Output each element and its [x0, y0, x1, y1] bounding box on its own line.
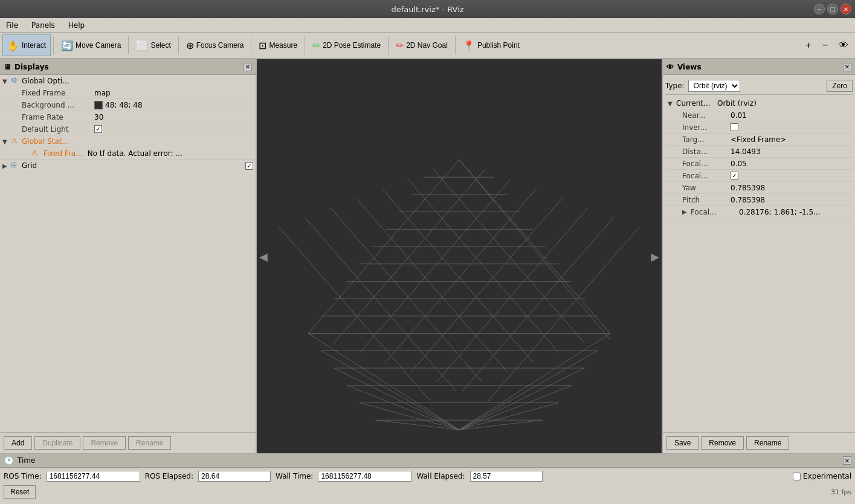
time-close-button[interactable]: ✕ [843, 456, 851, 465]
zero-button[interactable]: Zero [827, 80, 853, 92]
view-focal-xyz-arrow: ▶ [682, 208, 691, 215]
time-panel-header: 🕐 Time ✕ [0, 453, 855, 468]
views-rename-button[interactable]: Rename [746, 436, 789, 450]
move-camera-button[interactable]: 🔄 Move Camera [56, 34, 126, 56]
grid-checkbox[interactable]: ✓ [245, 162, 253, 170]
default-light-checkbox[interactable]: ✓ [94, 125, 102, 133]
default-light-value: ✓ [94, 125, 253, 133]
maximize-button[interactable]: □ [827, 4, 838, 15]
close-button[interactable]: ✕ [840, 4, 851, 15]
svg-line-28 [308, 334, 459, 430]
view-focal-checkbox[interactable]: ✓ [731, 172, 738, 179]
toolbar-right: + − 👁 [801, 34, 853, 56]
grid-icon: ⊞ [11, 161, 21, 170]
menu-help[interactable]: Help [65, 21, 88, 30]
toolbar-separator-4 [251, 36, 251, 54]
time-row-2: Reset 31 fps [4, 485, 851, 499]
rename-button[interactable]: Rename [128, 436, 171, 450]
view-yaw-value: 0.785398 [731, 184, 850, 192]
fixed-frame-error-row[interactable]: ⚠ Fixed Fra... No tf data. Actual error:… [0, 147, 256, 160]
focus-camera-button[interactable]: ⊕ Focus Camera [181, 34, 249, 56]
displays-tree: ▼ ⚙ Global Opti... Fixed Frame map Backg… [0, 75, 256, 432]
window-title: default.rviz* - RViz [391, 5, 463, 14]
ros-time-input[interactable] [47, 471, 140, 482]
interact-button[interactable]: ✋ Interact [2, 34, 51, 56]
fixed-frame-row[interactable]: Fixed Frame map [0, 87, 256, 99]
add-button[interactable]: Add [4, 436, 32, 450]
fps-label: 31 fps [831, 488, 851, 496]
publish-point-button[interactable]: 📍 Publish Point [458, 34, 524, 56]
global-status-label: Global Stat... [22, 137, 253, 146]
nav-goal-button[interactable]: ✏ 2D Nav Goal [391, 34, 453, 56]
measure-button[interactable]: ⊡ Measure [254, 34, 302, 56]
grid-label: Grid [22, 161, 245, 170]
fixed-frame-error-text: No tf data. Actual error: ... [88, 149, 253, 158]
toggle-view-button[interactable]: 👁 [834, 34, 853, 56]
background-row[interactable]: Background ... 48; 48; 48 [0, 99, 256, 111]
add-display-button[interactable]: + [801, 34, 815, 56]
displays-icon: 🖥 [4, 63, 11, 71]
viewport[interactable]: ◀ ▶ [257, 59, 662, 453]
current-view-item[interactable]: ▼ Current... Orbit (rviz) [665, 97, 853, 109]
wall-elapsed-label: Wall Elapsed: [416, 472, 465, 480]
global-options-item[interactable]: ▼ ⚙ Global Opti... [0, 75, 256, 87]
view-focal1-value: 0.05 [731, 160, 850, 168]
views-save-button[interactable]: Save [666, 436, 699, 450]
ros-elapsed-input[interactable] [198, 471, 271, 482]
time-title: Time [18, 456, 35, 465]
default-light-name: Default Light [22, 125, 94, 134]
toolbar-separator-5 [305, 36, 305, 54]
remove-display-button[interactable]: − [818, 34, 832, 56]
svg-line-8 [459, 160, 610, 340]
global-status-item[interactable]: ▼ ⚠ Global Stat... [0, 135, 256, 147]
minimize-button[interactable]: − [814, 4, 825, 15]
view-invert-checkbox[interactable] [731, 123, 738, 131]
main-layout: 🖥 Displays ✕ ▼ ⚙ Global Opti... Fixed Fr… [0, 59, 855, 453]
duplicate-button[interactable]: Duplicate [34, 436, 80, 450]
view-distance-name: Dista... [682, 147, 731, 156]
window-controls[interactable]: − □ ✕ [814, 4, 851, 15]
grid-item[interactable]: ▶ ⊞ Grid ✓ [0, 160, 256, 172]
background-color-text: 48; 48; 48 [105, 101, 143, 109]
time-row-1: ROS Time: ROS Elapsed: Wall Time: Wall E… [4, 471, 851, 482]
type-label: Type: [665, 82, 685, 90]
select-button[interactable]: ⬜ Select [131, 34, 175, 56]
view-focal-xyz-row[interactable]: ▶ Focal... 0.28176; 1.861; -1.5... [665, 206, 853, 218]
select-label: Select [150, 41, 170, 50]
publish-point-label: Publish Point [477, 41, 520, 50]
menu-file[interactable]: File [2, 21, 22, 30]
svg-line-4 [411, 198, 562, 372]
pose-estimate-button[interactable]: ✏ 2D Pose Estimate [308, 34, 386, 56]
remove-button[interactable]: Remove [83, 436, 126, 450]
displays-close-button[interactable]: ✕ [244, 63, 252, 71]
svg-line-37 [459, 402, 559, 430]
view-pitch-name: Pitch [682, 196, 731, 204]
wall-time-input[interactable] [318, 471, 411, 482]
views-close-button[interactable]: ✕ [843, 63, 851, 71]
displays-panel-header: 🖥 Displays ✕ [0, 59, 256, 75]
views-remove-button[interactable]: Remove [701, 436, 744, 450]
time-panel: ROS Time: ROS Elapsed: Wall Time: Wall E… [0, 468, 855, 504]
menu-panels[interactable]: Panels [28, 21, 59, 30]
svg-line-6 [462, 218, 613, 391]
default-light-row[interactable]: Default Light ✓ [0, 123, 256, 135]
view-target-value: <Fixed Frame> [731, 135, 850, 144]
displays-title: Displays [15, 63, 49, 71]
current-view-arrow: ▼ [668, 100, 676, 107]
view-pitch-value: 0.785398 [731, 196, 850, 204]
view-focal-xyz-value: 0.28176; 1.861; -1.5... [739, 208, 850, 216]
experimental-checkbox[interactable] [793, 473, 801, 480]
svg-line-31 [459, 351, 598, 430]
view-focal-check-row: Focal... ✓ [665, 170, 853, 182]
fixed-frame-error-label: Fixed Fra... [44, 149, 83, 158]
viewport-arrow-left[interactable]: ◀ [259, 250, 268, 263]
time-right: Experimental [793, 472, 851, 480]
views-header-left: 👁 Views [666, 63, 702, 71]
viewport-arrow-right[interactable]: ▶ [651, 250, 659, 263]
fixed-frame-name: Fixed Frame [22, 89, 94, 97]
views-footer: Save Remove Rename [663, 432, 855, 453]
wall-elapsed-input[interactable] [470, 471, 543, 482]
frame-rate-row[interactable]: Frame Rate 30 [0, 111, 256, 123]
reset-button[interactable]: Reset [4, 485, 36, 499]
type-select[interactable]: Orbit (rviz) [688, 80, 740, 92]
